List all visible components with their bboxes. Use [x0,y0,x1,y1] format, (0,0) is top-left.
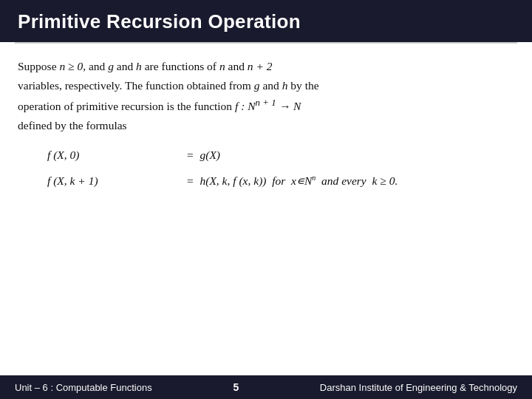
math-h2: h [282,79,291,92]
text-and-h: and [117,60,136,72]
text-and-g: and [89,60,108,72]
formula-1-rhs: g(X) [200,143,220,166]
formulas-block: f (X, 0) = g(X) f (X, k + 1) = h(X, k, f… [47,143,514,192]
text-and: and [228,60,248,72]
slide-header: Primitive Recursion Operation [0,0,532,42]
formula-2-row: f (X, k + 1) = h(X, k, f (x, k)) for x∊N… [47,169,514,192]
footer-page-number: 5 [233,381,239,393]
footer-right-text: Darshan Institute of Engineering & Techn… [320,382,517,393]
slide: Primitive Recursion Operation Suppose n … [0,0,532,399]
math-f-type: f : Nn + 1 → N [235,100,301,112]
math-h: h [136,60,145,72]
text-variables: variables, respectively. The function ob… [18,79,254,92]
math-n: n [219,60,228,72]
paragraph: Suppose n ≥ 0, and g and h are functions… [18,57,514,134]
slide-footer: Unit – 6 : Computable Functions 5 Darsha… [0,375,532,399]
footer-left-text: Unit – 6 : Computable Functions [15,382,152,393]
math-g: g [108,60,117,72]
formula-2-rhs: h(X, k, f (x, k)) for x∊Nn and every k ≥… [200,169,398,192]
formula-2-lhs: f (X, k + 1) [47,169,180,192]
formula-1-lhs: f (X, 0) [47,143,180,166]
math-n-geq-0: n ≥ 0, [59,60,89,72]
formula-2-eq: = [186,169,194,192]
slide-content: Suppose n ≥ 0, and g and h are functions… [0,44,532,375]
text-by-the: by the [290,79,318,92]
formula-1-eq: = [186,143,194,166]
formula-1-row: f (X, 0) = g(X) [47,143,514,166]
math-g2: g [254,79,263,92]
text-defined: defined by the formulas [18,119,127,132]
math-n-plus-2: n + 2 [248,60,273,72]
text-operation-of: operation of primitive recursion is the … [18,100,235,112]
slide-title: Primitive Recursion Operation [18,10,514,33]
text-are-functions: are functions of [145,60,219,72]
text-suppose: Suppose [18,60,59,72]
text-and2: and [262,79,282,92]
